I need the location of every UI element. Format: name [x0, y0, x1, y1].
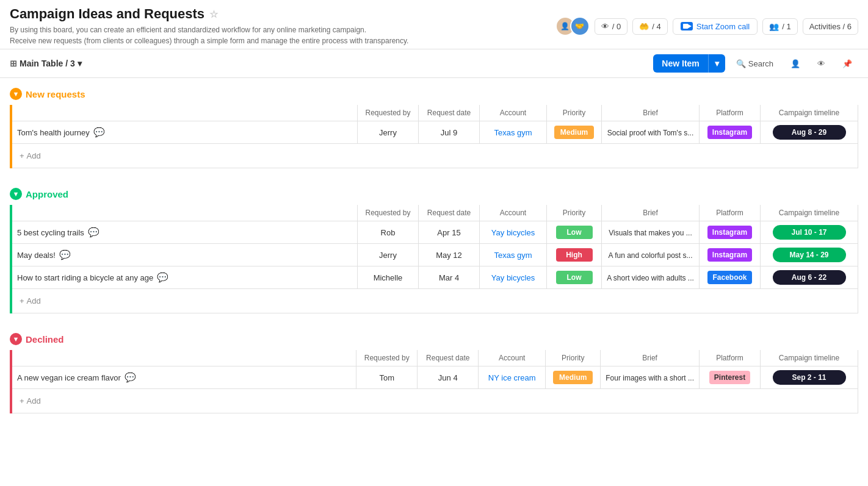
chat-icon[interactable]: 💬 [157, 272, 168, 283]
cell-request-date: May 12 [419, 244, 480, 266]
group-header-approved: ▼ Approved [10, 188, 858, 200]
col-header-account: Account [480, 105, 547, 121]
cell-timeline[interactable]: Aug 8 - 29 [761, 121, 858, 144]
group-title-new-requests: New requests [26, 89, 85, 99]
table-header-row: Requested by Request date Account Priori… [12, 350, 858, 366]
cell-timeline[interactable]: Sep 2 - 11 [761, 366, 858, 389]
col-header-brief: Brief [601, 350, 700, 366]
cell-request-date: Mar 4 [419, 266, 480, 289]
cell-priority[interactable]: Low [547, 221, 602, 244]
group-new-requests: ▼ New requests Requested by Request date… [10, 88, 858, 168]
col-header-requested-by: Requested by [358, 105, 419, 121]
add-label[interactable]: Add [27, 151, 41, 160]
cell-name[interactable]: 5 best cycling trails 💬 [12, 221, 358, 244]
header-left: Campaign Ideas and Requests ☆ By using t… [10, 6, 408, 46]
col-header-brief: Brief [602, 105, 700, 121]
cell-priority[interactable]: Medium [547, 121, 602, 144]
group-toggle-new-requests[interactable]: ▼ [10, 88, 22, 100]
table-nav[interactable]: ⊞ Main Table / 3 ▾ [10, 59, 82, 68]
activities-btn[interactable]: Activities / 6 [803, 18, 858, 35]
col-header-platform: Platform [700, 205, 761, 221]
cell-priority[interactable]: Medium [546, 366, 601, 389]
cell-brief: A fun and colorful post s... [602, 244, 700, 266]
cell-requested-by: Jerry [358, 121, 419, 144]
add-cell[interactable]: + Add [12, 389, 858, 413]
chevron-down-icon[interactable]: ▾ [78, 59, 82, 68]
cell-request-date: Jul 9 [419, 121, 480, 144]
item-name-text: 5 best cycling trails [17, 228, 84, 237]
add-label[interactable]: Add [27, 296, 41, 306]
cell-requested-by: Michelle [358, 266, 419, 289]
cell-timeline[interactable]: Aug 6 - 22 [761, 266, 858, 289]
add-row[interactable]: + Add [12, 389, 858, 413]
zoom-icon [681, 22, 693, 30]
cell-priority[interactable]: Low [547, 266, 602, 289]
avatar-group[interactable]: 👤 🤝 [555, 16, 590, 36]
pin-icon-btn[interactable]: 📌 [836, 55, 858, 72]
eye-icon-btn[interactable]: 👁 [811, 55, 831, 72]
cell-platform[interactable]: Pinterest [700, 366, 761, 389]
top-header: Campaign Ideas and Requests ☆ By using t… [0, 0, 868, 49]
add-cell[interactable]: + Add [12, 144, 858, 168]
cell-priority[interactable]: High [547, 244, 602, 266]
users-btn[interactable]: 👥 / 1 [762, 18, 797, 35]
cell-requested-by: Jerry [358, 244, 419, 266]
cell-platform[interactable]: Instagram [700, 244, 761, 266]
col-header-priority: Priority [546, 350, 601, 366]
cell-platform[interactable]: Instagram [700, 221, 761, 244]
col-header-platform: Platform [700, 350, 761, 366]
table-new-requests: Requested by Request date Account Priori… [12, 105, 858, 168]
col-header-request-date: Request date [419, 205, 480, 221]
cell-name[interactable]: May deals! 💬 [12, 244, 358, 266]
grid-icon: ⊞ [10, 59, 17, 68]
cell-timeline[interactable]: Jul 10 - 17 [761, 221, 858, 244]
new-item-label[interactable]: New Item [653, 54, 707, 73]
cell-name[interactable]: Tom's health journey 💬 [12, 121, 358, 144]
group-toggle-declined[interactable]: ▼ [10, 333, 22, 345]
group-title-approved: Approved [26, 189, 68, 199]
chat-icon[interactable]: 💬 [93, 127, 105, 138]
cell-request-date: Jun 4 [418, 366, 479, 389]
user-icon-btn[interactable]: 👤 [784, 55, 806, 72]
star-icon[interactable]: ☆ [209, 9, 218, 20]
invite-btn[interactable]: 🤲 / 4 [632, 18, 667, 35]
cell-name[interactable]: A new vegan ice cream flavor 💬 [12, 366, 356, 389]
group-header-new-requests: ▼ New requests [10, 88, 858, 100]
eyeball-icon: 👁 [601, 22, 609, 31]
new-item-button[interactable]: New Item ▾ [653, 54, 725, 73]
chat-icon[interactable]: 💬 [59, 249, 71, 260]
cell-account[interactable]: Yay bicycles [480, 266, 547, 289]
add-row[interactable]: + Add [12, 289, 858, 313]
cell-account[interactable]: Texas gym [480, 121, 547, 144]
group-toggle-approved[interactable]: ▼ [10, 188, 22, 200]
cell-account[interactable]: NY ice cream [479, 366, 546, 389]
add-cell[interactable]: + Add [12, 289, 858, 313]
table-row: Tom's health journey 💬 Jerry Jul 9 Texas… [12, 121, 858, 144]
cell-brief: Social proof with Tom's s... [602, 121, 700, 144]
users-count: / 1 [782, 22, 790, 31]
cell-brief: Visuals that makes you ... [602, 221, 700, 244]
cell-account[interactable]: Yay bicycles [480, 221, 547, 244]
new-item-arrow-icon[interactable]: ▾ [708, 54, 725, 73]
col-header-timeline: Campaign timeline [761, 350, 858, 366]
invite-icon: 🤲 [639, 22, 649, 31]
add-label[interactable]: Add [27, 396, 41, 406]
chat-icon[interactable]: 💬 [88, 227, 99, 238]
cell-account[interactable]: Texas gym [480, 244, 547, 266]
content: ▼ New requests Requested by Request date… [0, 78, 868, 443]
cell-platform[interactable]: Facebook [700, 266, 761, 289]
search-label: Search [748, 59, 773, 68]
cell-platform[interactable]: Instagram [700, 121, 761, 144]
group-table-wrap-approved: Requested by Request date Account Priori… [10, 205, 858, 313]
search-button[interactable]: 🔍 Search [730, 55, 779, 72]
cell-brief: A short video with adults ... [602, 266, 700, 289]
eyeball-btn[interactable]: 👁 / 0 [595, 18, 627, 35]
activities-label: Activities / 6 [809, 22, 852, 31]
cell-name[interactable]: How to start riding a bicycle at any age… [12, 266, 358, 289]
cell-timeline[interactable]: May 14 - 29 [761, 244, 858, 266]
user-icon: 👤 [790, 59, 800, 68]
group-header-declined: ▼ Declined [10, 333, 858, 345]
chat-icon[interactable]: 💬 [125, 372, 136, 383]
zoom-button[interactable]: Start Zoom call [673, 18, 758, 35]
add-row[interactable]: + Add [12, 144, 858, 168]
